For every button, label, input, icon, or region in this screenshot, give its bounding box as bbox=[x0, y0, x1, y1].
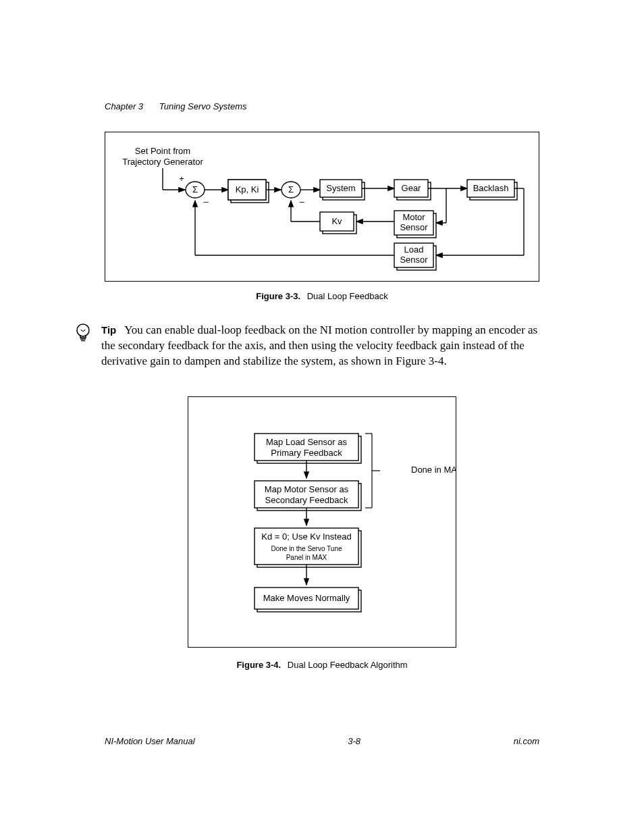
svg-text:Make Moves Normally: Make Moves Normally bbox=[263, 593, 350, 603]
svg-text:Panel in MAX: Panel in MAX bbox=[286, 553, 327, 561]
section-label: Tuning Servo Systems bbox=[159, 101, 247, 111]
svg-text:Load: Load bbox=[404, 244, 424, 255]
figure-3-3-diagram: Set Point from Trajectory Generator + Σ … bbox=[105, 132, 539, 282]
svg-text:Σ: Σ bbox=[288, 184, 294, 194]
figure-3-4-wrap: Map Load Sensor as Primary Feedback Map … bbox=[105, 396, 539, 670]
svg-text:Kp, Ki: Kp, Ki bbox=[236, 184, 259, 194]
svg-text:Motor: Motor bbox=[402, 212, 425, 222]
svg-text:–: – bbox=[299, 197, 304, 207]
svg-text:+: + bbox=[179, 174, 184, 184]
figure-3-4-title: Dual Loop Feedback Algorithm bbox=[288, 660, 408, 670]
svg-text:Σ: Σ bbox=[192, 184, 198, 194]
figure-3-4-diagram: Map Load Sensor as Primary Feedback Map … bbox=[188, 396, 456, 648]
lightbulb-icon bbox=[74, 323, 101, 346]
svg-text:Kd = 0; Use Kv Instead: Kd = 0; Use Kv Instead bbox=[261, 531, 351, 542]
svg-text:Map Load Sensor as: Map Load Sensor as bbox=[266, 437, 347, 447]
page-header: Chapter 3 Tuning Servo Systems bbox=[105, 101, 539, 111]
tip-label: Tip bbox=[101, 324, 116, 336]
figure-3-3-title: Dual Loop Feedback bbox=[307, 291, 388, 301]
figure-3-4-label: Figure 3-4. bbox=[236, 660, 281, 670]
figure-3-4-caption: Figure 3-4. Dual Loop Feedback Algorithm bbox=[105, 660, 539, 670]
page-footer: NI-Motion User Manual 3-8 ni.com bbox=[105, 736, 539, 746]
tip-body: You can enable dual-loop feedback on the… bbox=[101, 323, 537, 367]
svg-text:Done in MAX: Done in MAX bbox=[411, 465, 456, 475]
svg-text:Done in the Servo Tune: Done in the Servo Tune bbox=[271, 544, 342, 552]
svg-text:System: System bbox=[326, 183, 355, 193]
svg-text:Primary Feedback: Primary Feedback bbox=[271, 448, 342, 458]
footer-center: 3-8 bbox=[348, 736, 360, 746]
svg-text:Gear: Gear bbox=[402, 183, 422, 193]
svg-text:Sensor: Sensor bbox=[400, 255, 428, 265]
svg-text:Sensor: Sensor bbox=[400, 222, 428, 232]
figure-3-3-label: Figure 3-3. bbox=[256, 291, 300, 301]
chapter-label: Chapter 3 bbox=[105, 101, 143, 111]
svg-text:Map Motor Sensor as: Map Motor Sensor as bbox=[265, 484, 349, 494]
svg-point-48 bbox=[77, 324, 89, 336]
tip-text: TipYou can enable dual-loop feedback on … bbox=[101, 323, 539, 369]
svg-text:Secondary Feedback: Secondary Feedback bbox=[265, 495, 348, 505]
svg-text:Backlash: Backlash bbox=[473, 183, 509, 193]
svg-text:Kv: Kv bbox=[331, 216, 342, 226]
svg-text:–: – bbox=[203, 197, 209, 207]
tip-block: TipYou can enable dual-loop feedback on … bbox=[105, 323, 539, 369]
page-content: Set Point from Trajectory Generator + Σ … bbox=[105, 132, 539, 670]
footer-left: NI-Motion User Manual bbox=[105, 736, 195, 746]
page: Chapter 3 Tuning Servo Systems Set Point… bbox=[0, 0, 644, 834]
block-diagram-svg: + Σ – Kp, Ki Σ – bbox=[105, 132, 539, 281]
footer-right: ni.com bbox=[514, 736, 539, 746]
figure-3-3-caption: Figure 3-3. Dual Loop Feedback bbox=[105, 291, 539, 301]
